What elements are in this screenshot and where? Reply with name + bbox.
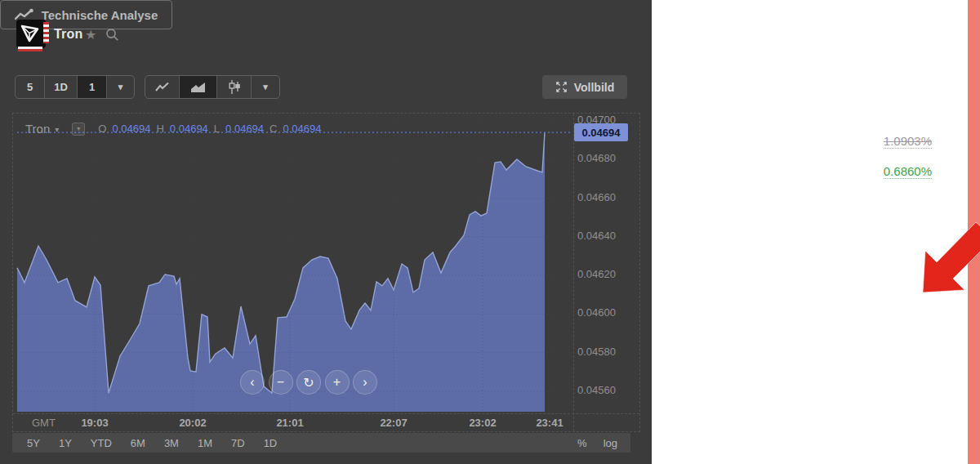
line-chart-icon — [155, 82, 170, 92]
price-tick-label: 0.04620 — [577, 268, 630, 280]
price-tick-label: 0.04560 — [577, 384, 630, 396]
low-label: L — [214, 123, 220, 135]
flag-stripes — [18, 47, 42, 51]
chart-type-group: ▾ — [145, 75, 280, 99]
range-bar: 5Y1YYTD6M3M1M7D1D %log — [12, 433, 630, 453]
scale-log[interactable]: log — [604, 437, 617, 449]
timezone-label: GMT — [32, 417, 56, 429]
instrument-title: Tron — [54, 27, 82, 42]
time-tick-label: 23:02 — [458, 417, 507, 429]
flag-stripes — [43, 22, 49, 43]
range-ytd[interactable]: YTD — [91, 437, 112, 449]
time-tick-label: 20:02 — [168, 417, 217, 429]
plot-bottom-border — [13, 413, 639, 414]
timeframe-dropdown[interactable]: ▾ — [107, 76, 134, 98]
price-tick-label: 0.04640 — [577, 230, 630, 242]
range-3m[interactable]: 3M — [164, 437, 179, 449]
time-tick-label: 22:07 — [369, 417, 418, 429]
axis-separator — [573, 114, 574, 431]
chart-legend: Tron ▾ ▾ O0.04694 H0.04694 L0.04694 C0.0… — [25, 122, 321, 136]
range-presets: 5Y1YYTD6M3M1M7D1D — [27, 437, 277, 449]
high-value: 0.04694 — [170, 123, 208, 135]
range-1y[interactable]: 1Y — [59, 437, 72, 449]
price-tick-label: 0.04660 — [577, 191, 630, 203]
price-tick-label: 0.04580 — [577, 346, 630, 358]
timeframe-1d[interactable]: 1D — [45, 76, 78, 98]
price-tick-label: 0.04600 — [577, 306, 630, 319]
search-icon[interactable] — [105, 28, 119, 45]
favorite-star-icon[interactable]: ★ — [85, 27, 96, 42]
standard-commission-value[interactable]: 1.0903% — [884, 134, 932, 149]
technical-analysis-label: Technische Analyse — [42, 8, 158, 22]
range-1m[interactable]: 1M — [198, 437, 212, 449]
price-chart[interactable]: Tron ▾ ▾ O0.04694 H0.04694 L0.04694 C0.0… — [12, 113, 640, 432]
time-tick-label: 23:41 — [525, 417, 574, 429]
chevron-down-icon[interactable]: ▾ — [55, 125, 59, 134]
candlestick-icon — [228, 80, 241, 94]
area-chart-icon — [190, 82, 207, 93]
timeframe-group: 5 1D 1 ▾ — [15, 75, 135, 99]
chart-workspace: Tron ★ Technische Analyse 5 1D 1 ▾ ▾ — [0, 0, 652, 464]
fullscreen-label: Vollbild — [574, 81, 615, 94]
range-1d[interactable]: 1D — [264, 437, 278, 449]
ohlc-readout: O0.04694 H0.04694 L0.04694 C0.04694 — [98, 123, 321, 135]
fullscreen-button[interactable]: Vollbild — [542, 75, 627, 99]
close-value: 0.04694 — [283, 123, 321, 135]
chevron-down-icon: ▾ — [118, 82, 123, 92]
chevron-down-icon: ▾ — [263, 82, 268, 92]
tron-glyph-icon — [18, 22, 42, 45]
timeframe-5[interactable]: 5 — [16, 76, 45, 98]
candlestick-chart-type-button[interactable] — [217, 76, 252, 98]
trade-panel: Jetzt Zum Preis Handelsbetrag € 1 000 ▾ … — [652, 0, 968, 464]
scale-toggles: %log — [577, 437, 617, 449]
area-chart-type-button[interactable] — [180, 76, 217, 98]
tron-logo[interactable] — [16, 20, 46, 48]
series-options-icon[interactable]: ▾ — [72, 123, 85, 136]
range-6m[interactable]: 6M — [131, 437, 145, 449]
range-5y[interactable]: 5Y — [27, 437, 40, 449]
reset-zoom-button[interactable]: ↻ — [296, 370, 321, 395]
reduced-commission-value[interactable]: 0.6860% — [884, 164, 932, 179]
open-value: 0.04694 — [112, 123, 150, 135]
zoom-out-button[interactable]: − — [269, 370, 293, 395]
high-label: H — [156, 123, 163, 135]
expand-icon — [555, 81, 568, 93]
line-chart-type-button[interactable] — [145, 76, 180, 98]
timeframe-1-active[interactable]: 1 — [78, 76, 107, 98]
range-7d[interactable]: 7D — [231, 437, 245, 449]
current-price-badge: 0.04694 — [574, 123, 628, 141]
legend-instrument[interactable]: Tron — [25, 122, 50, 136]
pan-right-button[interactable]: › — [353, 370, 377, 395]
time-tick-label: 21:01 — [265, 417, 314, 429]
zoom-in-button[interactable]: + — [325, 370, 350, 395]
time-tick-label: 19:03 — [70, 417, 119, 429]
close-label: C — [270, 123, 277, 135]
pan-left-button[interactable]: ‹ — [240, 370, 265, 395]
background-page-strip — [968, 0, 980, 464]
price-tick-label: 0.04680 — [577, 152, 630, 164]
price-chart-svg — [13, 114, 573, 413]
open-label: O — [98, 123, 106, 135]
chart-type-dropdown[interactable]: ▾ — [252, 76, 279, 98]
low-value: 0.04694 — [225, 123, 264, 135]
scale-percent[interactable]: % — [577, 437, 587, 449]
